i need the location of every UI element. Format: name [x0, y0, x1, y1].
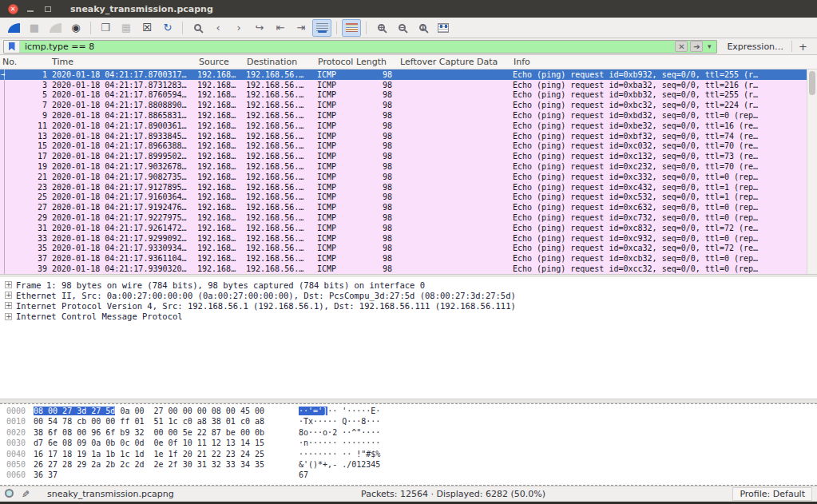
status-profile[interactable]: Profile: Default — [732, 487, 812, 501]
column-header-time[interactable]: Time — [50, 57, 196, 67]
expert-info-button[interactable] — [5, 489, 14, 500]
filter-apply-button[interactable]: ➔ — [690, 41, 703, 52]
expander-plus-icon[interactable]: + — [5, 313, 12, 320]
previous-packet-button[interactable]: ‹ — [208, 19, 228, 37]
detail-row[interactable]: +Ethernet II, Src: 0a:00:27:00:00:00 (0a… — [3, 290, 817, 300]
column-header-source[interactable]: Source — [196, 57, 244, 67]
table-row[interactable]: 332020-01-18 04:21:17.9299092…192.168…19… — [0, 233, 807, 244]
capture-options-button[interactable]: ◉ — [66, 19, 85, 37]
window-close-button[interactable]: ✕ — [6, 2, 19, 15]
table-row[interactable]: 92020-01-18 04:21:17.8865831…192.168…192… — [0, 110, 807, 121]
first-packet-button[interactable]: ⇤ — [271, 19, 290, 37]
column-header-info[interactable]: Info — [511, 57, 807, 67]
restart-capture-button[interactable] — [46, 19, 65, 37]
expander-plus-icon[interactable]: + — [5, 281, 12, 288]
table-row[interactable]: 72020-01-18 04:21:17.8808890…192.168…192… — [0, 100, 807, 110]
cell-protocol: ICMP — [315, 224, 354, 232]
zoom-original-button[interactable]: 1 — [413, 19, 432, 37]
last-packet-button[interactable]: ⇥ — [292, 19, 311, 37]
table-row[interactable]: 312020-01-18 04:21:17.9261472…192.168…19… — [0, 223, 807, 233]
window-maximize-button[interactable] — [42, 2, 54, 15]
detail-row[interactable]: +Internet Control Message Protocol — [3, 312, 817, 322]
table-row[interactable]: 372020-01-18 04:21:17.9361104…192.168…19… — [0, 253, 807, 264]
open-file-button[interactable]: ❒ — [96, 19, 115, 37]
table-row[interactable]: 292020-01-18 04:21:17.9227975…192.168…19… — [0, 212, 807, 223]
zoom-out-glyph: − — [399, 24, 406, 31]
find-packet-button[interactable] — [188, 19, 207, 37]
reload-file-button[interactable]: ↻ — [158, 19, 177, 37]
hex-row[interactable]: 0030d7 6e 08 09 0a 0b 0c 0d 0e 0f 10 11 … — [0, 439, 817, 449]
first-packet-icon: ⇤ — [276, 22, 285, 33]
save-file-button[interactable]: ▦ — [117, 19, 136, 37]
table-row[interactable]: 152020-01-18 04:21:17.8966388…192.168…19… — [0, 141, 807, 152]
column-header-length[interactable]: Length — [354, 57, 398, 67]
hex-offset: 0040 — [0, 450, 27, 460]
next-packet-button[interactable]: › — [229, 19, 248, 37]
add-filter-button[interactable]: + — [799, 41, 807, 53]
cell-time: 2020-01-18 04:21:17.9082735… — [50, 173, 196, 181]
table-row[interactable]: 392020-01-18 04:21:17.9390320…192.168…19… — [0, 264, 807, 274]
close-file-button[interactable]: ☒ — [137, 19, 157, 37]
hex-ascii[interactable]: 8o···o·2 ··^"···· — [280, 428, 380, 439]
table-row[interactable]: 112020-01-18 04:21:17.8900361…192.168…19… — [0, 121, 807, 131]
stop-capture-button[interactable]: ■ — [25, 19, 44, 37]
hex-bytes[interactable]: 00 54 78 cb 00 00 ff 01 51 1c c0 a8 38 0… — [27, 417, 280, 427]
hex-bytes[interactable]: 36 37 — [27, 470, 280, 481]
table-row[interactable]: →12020-01-18 04:21:17.8700317…192.168…19… — [0, 69, 807, 80]
hex-row[interactable]: 001000 54 78 cb 00 00 ff 01 51 1c c0 a8 … — [0, 417, 817, 427]
hex-row[interactable]: 002038 6f 08 00 96 6f b9 32 00 00 5e 22 … — [0, 428, 817, 439]
expander-plus-icon[interactable]: + — [5, 302, 12, 309]
filter-bookmark-button[interactable] — [4, 41, 20, 53]
hex-ascii[interactable]: ········ ·· !"#$% — [280, 450, 380, 460]
table-row[interactable]: 272020-01-18 04:21:17.9192476…192.168…19… — [0, 202, 807, 212]
hex-ascii[interactable]: ·Tx····· Q···8··· — [280, 417, 380, 427]
table-row[interactable]: 132020-01-18 04:21:17.8933845…192.168…19… — [0, 131, 807, 141]
cell-info: Echo (ping) request id=0xc732, seq=0/0, … — [511, 213, 807, 222]
auto-scroll-button[interactable] — [312, 19, 331, 37]
hex-bytes[interactable]: 16 17 18 19 1a 1b 1c 1d 1e 1f 20 21 22 2… — [27, 450, 280, 460]
hex-row[interactable]: 006036 3767 — [0, 470, 817, 481]
hex-ascii[interactable]: &'()*+,- ./012345 — [280, 460, 380, 470]
filter-history-dropdown[interactable]: ▾ — [704, 42, 714, 50]
display-filter-input[interactable]: icmp.type == 8 — [20, 41, 672, 53]
column-header-protocol[interactable]: Protocol — [315, 57, 354, 67]
table-row[interactable]: 212020-01-18 04:21:17.9082735…192.168…19… — [0, 172, 807, 182]
zoom-in-button[interactable]: + — [371, 19, 391, 37]
table-row[interactable]: 352020-01-18 04:21:17.9330934…192.168…19… — [0, 244, 807, 254]
capture-comment-button[interactable]: ✎ — [22, 489, 30, 500]
table-row[interactable]: 192020-01-18 04:21:17.9032678…192.168…19… — [0, 161, 807, 172]
column-header-no[interactable]: No. — [0, 57, 50, 67]
column-header-leftover[interactable]: Leftover Capture Data — [398, 57, 511, 67]
resize-columns-button[interactable] — [434, 19, 453, 37]
column-header-destination[interactable]: Destination — [244, 57, 315, 67]
go-to-packet-button[interactable]: ↪ — [250, 19, 269, 37]
start-capture-button[interactable] — [4, 19, 23, 37]
table-row[interactable]: 172020-01-18 04:21:17.8999502…192.168…19… — [0, 151, 807, 161]
colorize-packets-button[interactable] — [342, 19, 361, 37]
hex-row[interactable]: 004016 17 18 19 1a 1b 1c 1d 1e 1f 20 21 … — [0, 450, 817, 460]
packet-list-scrollbar[interactable] — [807, 69, 817, 274]
cell-destination: 192.168.56.… — [244, 152, 315, 161]
hex-row[interactable]: 000008 00 27 3d 27 5d 0a 00 27 00 00 00 … — [0, 407, 817, 417]
hex-bytes[interactable]: 08 00 27 3d 27 5d 0a 00 27 00 00 00 08 0… — [27, 407, 280, 417]
detail-row[interactable]: +Internet Protocol Version 4, Src: 192.1… — [3, 300, 817, 311]
expander-plus-icon[interactable]: + — [5, 292, 12, 299]
filter-clear-button[interactable]: ✕ — [675, 41, 688, 52]
window-minimize-button[interactable] — [24, 2, 37, 15]
table-row[interactable]: 252020-01-18 04:21:17.9160364…192.168…19… — [0, 192, 807, 203]
table-row[interactable]: 232020-01-18 04:21:17.9127895…192.168…19… — [0, 182, 807, 192]
expression-button[interactable]: Expression… — [727, 42, 783, 52]
hex-ascii[interactable]: 67 — [280, 470, 308, 481]
table-row[interactable]: 32020-01-18 04:21:17.8731283…192.168…192… — [0, 80, 807, 90]
hex-ascii[interactable]: ·n······ ········ — [280, 439, 380, 449]
hex-ascii[interactable]: ··'=']·· '·····E· — [280, 407, 380, 417]
hex-bytes[interactable]: 26 27 28 29 2a 2b 2c 2d 2e 2f 30 31 32 3… — [27, 460, 280, 470]
cell-length: 98 — [354, 183, 398, 192]
hex-bytes[interactable]: 38 6f 08 00 96 6f b9 32 00 00 5e 22 87 b… — [27, 428, 280, 439]
zoom-out-button[interactable]: − — [392, 19, 411, 37]
detail-row[interactable]: +Frame 1: 98 bytes on wire (784 bits), 9… — [3, 280, 817, 290]
scrollbar-thumb[interactable] — [809, 71, 815, 95]
table-row[interactable]: 52020-01-18 04:21:17.8760594…192.168…192… — [0, 90, 807, 101]
hex-bytes[interactable]: d7 6e 08 09 0a 0b 0c 0d 0e 0f 10 11 12 1… — [27, 439, 280, 449]
hex-row[interactable]: 005026 27 28 29 2a 2b 2c 2d 2e 2f 30 31 … — [0, 460, 817, 470]
